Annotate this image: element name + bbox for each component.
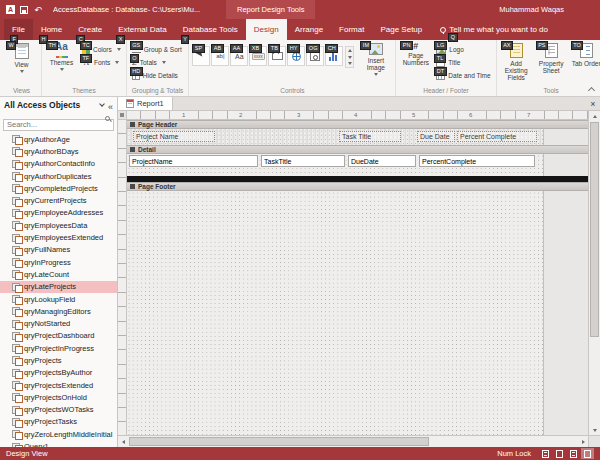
button-control[interactable]: XB xxxx: [249, 46, 267, 66]
nav-item[interactable]: qryAuthorBDays: [0, 145, 117, 157]
textbox-due-date[interactable]: DueDate: [348, 155, 416, 167]
layout-view-button[interactable]: [567, 448, 580, 459]
close-document-icon[interactable]: ×: [586, 97, 600, 110]
nav-item[interactable]: qryCompletedProjects: [0, 182, 117, 194]
tab-external-data[interactable]: External Data X: [110, 19, 174, 40]
hyperlink-control[interactable]: HY: [287, 46, 305, 66]
nav-item[interactable]: qryNotStarted: [0, 317, 117, 329]
view-button[interactable]: W View: [5, 41, 38, 87]
scroll-right-icon[interactable]: [578, 436, 588, 447]
property-sheet-button[interactable]: PS Property Sheet: [535, 41, 568, 87]
nav-item[interactable]: qryProjects: [0, 354, 117, 366]
textbox-task-title[interactable]: TaskTitle: [261, 155, 345, 167]
chart-control[interactable]: CH: [325, 46, 343, 66]
detail-bar[interactable]: Detail: [127, 145, 588, 154]
print-preview-button[interactable]: [553, 448, 566, 459]
keytip-insert-image: IM: [360, 41, 371, 50]
nav-item[interactable]: qryEmployeesExtended: [0, 231, 117, 243]
tab-file[interactable]: File F: [4, 19, 33, 40]
nav-item[interactable]: qryProjectInProgress: [0, 342, 117, 354]
horizontal-scrollbar[interactable]: [118, 436, 588, 447]
search-icon: [105, 116, 110, 121]
select-control[interactable]: SP: [192, 46, 210, 66]
tab-order-button[interactable]: TO Tab Order: [570, 41, 600, 87]
vertical-scrollbar[interactable]: [588, 111, 600, 435]
textbox-percent-complete[interactable]: PercentComplete: [419, 155, 535, 167]
nav-item[interactable]: qryFullNames: [0, 244, 117, 256]
report-canvas: Page Header Project Name Task Title Due …: [127, 120, 588, 435]
hide-details-button[interactable]: HD Hide Details: [130, 69, 184, 82]
scroll-up-icon[interactable]: [589, 111, 600, 121]
add-existing-fields-button[interactable]: AX Add Existing Fields: [500, 41, 533, 87]
nav-item[interactable]: qryAuthorAge: [0, 133, 117, 145]
nav-item[interactable]: qryLateCount: [0, 268, 117, 280]
option-group-control[interactable]: OG: [306, 46, 324, 66]
app-icon[interactable]: [6, 5, 15, 14]
tab-create[interactable]: Create C: [70, 19, 110, 40]
textbox-project-name[interactable]: ProjectName: [129, 155, 258, 167]
nav-item[interactable]: qryLookupField: [0, 293, 117, 305]
nav-item[interactable]: qryProjectsByAuthor: [0, 367, 117, 379]
tab-arrange[interactable]: Arrange: [287, 19, 331, 40]
nav-item[interactable]: qryProjectsOnHold: [0, 391, 117, 403]
logo-label: Logo: [449, 46, 463, 53]
gallery-scroll-up-icon[interactable]: [346, 47, 353, 54]
nav-item[interactable]: qryEmployeesData: [0, 219, 117, 231]
report-view-button[interactable]: [539, 448, 552, 459]
header-label-project-name[interactable]: Project Name: [133, 131, 215, 142]
header-label-task-title[interactable]: Task Title: [339, 131, 401, 142]
gallery-scroll-down-icon[interactable]: [346, 54, 353, 61]
scroll-down-icon[interactable]: [589, 425, 600, 435]
themes-button[interactable]: TH Themes: [45, 41, 78, 87]
query-icon: [12, 393, 21, 401]
nav-item-selected[interactable]: qryLateProjects: [0, 281, 117, 293]
tab-page-setup[interactable]: Page Setup: [372, 19, 430, 40]
page-numbers-button[interactable]: PN Page Numbers: [399, 41, 432, 87]
insert-image-button[interactable]: IM Insert Image: [359, 41, 392, 87]
nav-item[interactable]: qryAuthorContactInfo: [0, 158, 117, 170]
nav-item[interactable]: qryCurrentProjects: [0, 194, 117, 206]
user-name[interactable]: Muhammad Waqas: [499, 5, 564, 14]
save-icon[interactable]: [20, 6, 28, 14]
nav-item[interactable]: qryInProgress: [0, 256, 117, 268]
report-selector[interactable]: [118, 111, 127, 119]
tell-me-box[interactable]: Tell me what you want to do Q: [440, 19, 548, 40]
tab-report1[interactable]: Report1: [118, 97, 173, 110]
chevron-down-icon[interactable]: [100, 102, 105, 107]
gallery-more-icon[interactable]: [346, 60, 353, 67]
text-box-control[interactable]: AB ab|: [211, 46, 229, 66]
scroll-left-icon[interactable]: [118, 436, 128, 447]
fonts-button[interactable]: TF Fonts: [80, 56, 123, 69]
page-footer-bar[interactable]: Page Footer: [127, 182, 588, 191]
nav-item[interactable]: qryZeroLengthMiddleInitial: [0, 428, 117, 440]
vertical-scroll-thumb[interactable]: [590, 122, 599, 337]
shutter-close-icon[interactable]: [108, 96, 113, 114]
navigation-pane-header[interactable]: All Access Objects: [0, 97, 117, 112]
search-input[interactable]: [3, 119, 114, 131]
tab-format[interactable]: Format: [331, 19, 372, 40]
window-title: AccessDatabase : Database- C:\Users\Mu..…: [53, 5, 200, 14]
design-view-button[interactable]: [581, 448, 594, 459]
controls-gallery-scroll[interactable]: [345, 46, 354, 68]
label-control[interactable]: AA Aa: [230, 46, 248, 66]
nav-item[interactable]: qryProjectDashboard: [0, 330, 117, 342]
nav-item[interactable]: qryProjectTasks: [0, 416, 117, 428]
date-time-button[interactable]: DT Date and Time: [434, 69, 492, 82]
page-header-bar[interactable]: Page Header: [127, 120, 588, 129]
tab-home[interactable]: Home H: [33, 19, 70, 40]
nav-item[interactable]: qryAuthorDuplicates: [0, 170, 117, 182]
nav-item[interactable]: Query1: [0, 440, 117, 447]
nav-item[interactable]: qryManagingEditors: [0, 305, 117, 317]
tab-design[interactable]: Design: [246, 19, 287, 40]
collapse-ribbon-icon[interactable]: [588, 87, 596, 93]
nav-item[interactable]: qryEmployeeAddresses: [0, 207, 117, 219]
undo-icon[interactable]: [33, 5, 43, 15]
status-view-label: Design View: [6, 449, 48, 458]
header-label-percent-complete[interactable]: Percent Complete: [457, 131, 537, 142]
nav-item[interactable]: qryProjectsWOTasks: [0, 404, 117, 416]
header-label-due-date[interactable]: Due Date: [417, 131, 455, 142]
nav-item[interactable]: qryProjectsExtended: [0, 379, 117, 391]
tab-database-tools[interactable]: Database Tools Y: [175, 19, 246, 40]
horizontal-scroll-thumb[interactable]: [129, 437, 429, 446]
tab-control[interactable]: TB: [268, 46, 286, 66]
